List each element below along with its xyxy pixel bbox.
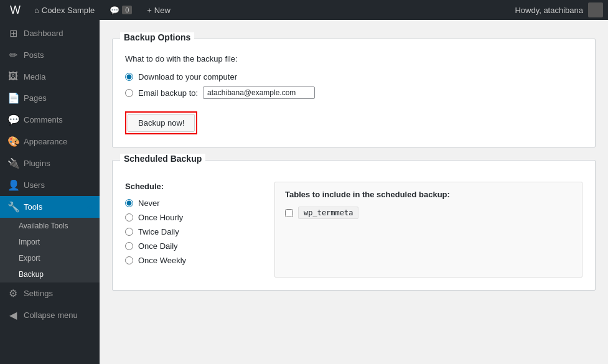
schedule-radio-group: Never Once Hourly Twice Daily: [125, 198, 250, 265]
once-weekly-radio-row[interactable]: Once Weekly: [125, 256, 250, 265]
email-radio[interactable]: [125, 89, 133, 97]
download-label: Download to your computer: [138, 72, 237, 82]
comments-link[interactable]: 💬 0: [103, 6, 138, 15]
sidebar-item-import[interactable]: Import: [0, 234, 100, 250]
backup-options-title: Backup Options: [120, 32, 194, 42]
tables-column: Tables to include in the scheduled backu…: [274, 182, 582, 278]
comments-nav-icon: 💬: [7, 114, 19, 126]
once-hourly-label: Once Hourly: [138, 213, 183, 222]
sidebar-item-comments[interactable]: 💬 Comments: [0, 109, 100, 131]
never-label: Never: [138, 198, 160, 208]
appearance-icon: 🎨: [7, 136, 19, 147]
schedule-column: Schedule: Never Once Hourly: [125, 182, 250, 278]
sidebar-item-appearance[interactable]: 🎨 Appearance: [0, 131, 100, 152]
sidebar-item-tools[interactable]: 🔧 Tools ◀: [0, 196, 100, 218]
twice-daily-label: Twice Daily: [138, 227, 179, 236]
sidebar-item-dashboard[interactable]: ⊞ Dashboard: [0, 22, 100, 44]
home-icon: ⌂: [34, 6, 39, 15]
once-hourly-radio[interactable]: [125, 213, 133, 222]
sidebar-item-posts[interactable]: ✏ Posts: [0, 44, 100, 66]
wp-logo[interactable]: W: [5, 4, 26, 17]
posts-icon: ✏: [7, 49, 19, 61]
email-radio-row[interactable]: Email backup to:: [125, 86, 582, 99]
collapse-icon: ◀: [7, 309, 19, 321]
once-hourly-radio-row[interactable]: Once Hourly: [125, 213, 250, 222]
never-radio-row[interactable]: Never: [125, 198, 250, 208]
sidebar-item-export[interactable]: Export: [0, 250, 100, 266]
sidebar-item-backup[interactable]: Backup: [0, 266, 100, 282]
adminbar-right: Howdy, atachibana: [515, 2, 603, 17]
twice-daily-radio-row[interactable]: Twice Daily: [125, 227, 250, 236]
users-icon: 👤: [7, 179, 19, 191]
pages-icon: 📄: [7, 92, 19, 104]
backup-radio-group: Download to your computer Email backup t…: [125, 72, 582, 99]
once-daily-label: Once Daily: [138, 241, 178, 251]
schedule-label: Schedule:: [125, 182, 250, 191]
never-radio[interactable]: [125, 199, 133, 207]
wp-termmeta-label: wp_termmeta: [298, 207, 358, 219]
new-content-link[interactable]: + New: [141, 6, 177, 15]
sidebar-item-available-tools[interactable]: Available Tools: [0, 218, 100, 234]
backup-file-label: What to do with the backup file:: [125, 54, 582, 63]
site-name-link[interactable]: ⌂ Codex Sample: [28, 6, 101, 15]
wp-termmeta-checkbox[interactable]: [285, 209, 293, 217]
sidebar-item-users[interactable]: 👤 Users: [0, 174, 100, 196]
once-weekly-label: Once Weekly: [138, 256, 186, 265]
once-weekly-radio[interactable]: [125, 256, 133, 264]
dashboard-icon: ⊞: [7, 27, 19, 39]
email-label: Email backup to:: [138, 88, 198, 98]
sidebar-collapse[interactable]: ◀ Collapse menu: [0, 304, 100, 326]
once-daily-radio-row[interactable]: Once Daily: [125, 241, 250, 251]
sidebar: ⊞ Dashboard ✏ Posts 🖼 Media 📄 Pages 💬 Co…: [0, 20, 100, 364]
download-radio-row[interactable]: Download to your computer: [125, 72, 582, 82]
main-content: Backup Options What to do with the backu…: [100, 20, 608, 364]
scheduled-backup-title: Scheduled Backup: [120, 154, 205, 164]
backup-now-button[interactable]: Backup now!: [128, 114, 195, 132]
plugins-icon: 🔌: [7, 157, 19, 169]
backup-options-section: Backup Options What to do with the backu…: [112, 39, 596, 147]
settings-icon: ⚙: [7, 287, 19, 299]
backup-now-wrapper: Backup now!: [125, 111, 197, 134]
howdy-text: Howdy, atachibana: [515, 6, 583, 15]
scheduled-backup-section: Scheduled Backup Schedule: Never Once: [112, 160, 596, 291]
media-icon: 🖼: [7, 71, 19, 82]
sidebar-item-settings[interactable]: ⚙ Settings: [0, 282, 100, 304]
tools-icon: 🔧: [7, 201, 19, 213]
sidebar-item-media[interactable]: 🖼 Media: [0, 66, 100, 87]
email-input[interactable]: [203, 86, 315, 99]
admin-bar: W ⌂ Codex Sample 💬 0 + New Howdy, atachi…: [0, 0, 608, 20]
scheduled-content: Schedule: Never Once Hourly: [125, 175, 582, 278]
tools-submenu: Available Tools Import Export Backup: [0, 218, 100, 282]
table-item-wp-termmeta: wp_termmeta: [285, 207, 572, 219]
tables-label: Tables to include in the scheduled backu…: [285, 190, 572, 199]
download-radio[interactable]: [125, 73, 133, 81]
plus-icon: +: [147, 6, 152, 15]
tools-arrow: ◀: [87, 203, 92, 210]
sidebar-item-plugins[interactable]: 🔌 Plugins: [0, 152, 100, 174]
once-daily-radio[interactable]: [125, 242, 133, 250]
twice-daily-radio[interactable]: [125, 228, 133, 236]
comments-count: 0: [122, 6, 132, 14]
sidebar-item-pages[interactable]: 📄 Pages: [0, 87, 100, 109]
comment-icon: 💬: [110, 6, 119, 15]
avatar[interactable]: [588, 2, 603, 17]
